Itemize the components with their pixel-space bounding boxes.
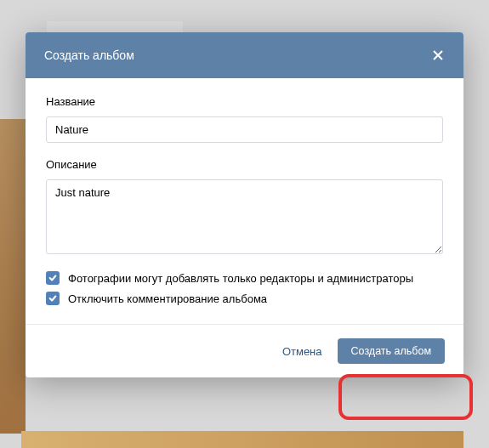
album-description-textarea[interactable] <box>46 179 443 254</box>
check-icon <box>48 294 57 303</box>
check-icon <box>48 274 57 282</box>
background-fragment <box>0 119 26 434</box>
modal-footer: Отмена Создать альбом <box>26 324 463 377</box>
editors-only-checkbox-row[interactable]: Фотографии могут добавлять только редакт… <box>46 271 443 285</box>
disable-comments-checkbox-row[interactable]: Отключить комментирование альбома <box>46 292 443 305</box>
background-fragment <box>21 431 463 448</box>
cancel-button[interactable]: Отмена <box>282 345 322 358</box>
name-label: Название <box>46 95 443 108</box>
close-icon <box>432 49 444 61</box>
checkbox-checked <box>46 271 60 285</box>
create-album-modal: Создать альбом Название Описание Фотогра… <box>26 32 463 377</box>
description-label: Описание <box>46 158 443 171</box>
checkbox-checked <box>46 292 60 305</box>
modal-title: Создать альбом <box>44 48 134 62</box>
album-name-input[interactable] <box>46 116 443 143</box>
close-button[interactable] <box>428 45 448 65</box>
checkbox-label: Отключить комментирование альбома <box>68 292 267 305</box>
create-album-button[interactable]: Создать альбом <box>338 338 445 364</box>
modal-body: Название Описание Фотографии могут добав… <box>26 78 463 324</box>
modal-header: Создать альбом <box>26 32 463 78</box>
checkbox-label: Фотографии могут добавлять только редакт… <box>68 272 413 285</box>
